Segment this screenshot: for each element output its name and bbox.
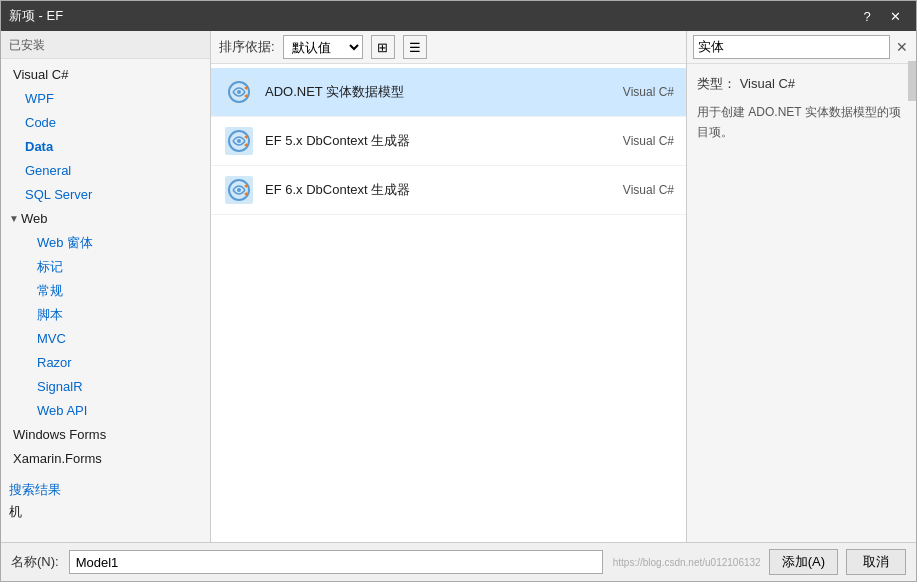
right-scrollbar[interactable]	[908, 61, 916, 101]
sidebar-item-general[interactable]: General	[1, 159, 210, 183]
adonet-icon	[223, 76, 255, 108]
sidebar-item-web-api[interactable]: Web API	[1, 399, 210, 423]
dialog-body: 已安装 Visual C# WPF Code Data General SQL …	[1, 31, 916, 581]
sidebar-machine: 机	[1, 501, 210, 523]
main-dialog: 新项 - EF ? ✕ 已安装 Visual C# WPF Code Data …	[0, 0, 917, 582]
list-item-ef5[interactable]: EF 5.x DbContext 生成器 Visual C#	[211, 117, 686, 166]
sidebar-content: Visual C# WPF Code Data General SQL Serv…	[1, 59, 210, 542]
list-item-ef6[interactable]: EF 6.x DbContext 生成器 Visual C#	[211, 166, 686, 215]
sidebar-item-razor[interactable]: Razor	[1, 351, 210, 375]
add-button[interactable]: 添加(A)	[769, 549, 838, 575]
help-button[interactable]: ?	[854, 5, 880, 27]
type-label: 类型：	[697, 76, 736, 91]
list-view-button[interactable]: ☰	[403, 35, 427, 59]
close-button[interactable]: ✕	[882, 5, 908, 27]
adonet-item-name: ADO.NET 实体数据模型	[265, 83, 613, 101]
adonet-item-type: Visual C#	[623, 85, 674, 99]
sidebar-search-results[interactable]: 搜索结果	[1, 479, 210, 501]
sidebar-item-sql-server[interactable]: SQL Server	[1, 183, 210, 207]
sidebar-item-mvc[interactable]: MVC	[1, 327, 210, 351]
sidebar-item-data[interactable]: Data	[1, 135, 210, 159]
svg-point-5	[237, 139, 241, 143]
ef5-icon	[223, 125, 255, 157]
cancel-button[interactable]: 取消	[846, 549, 906, 575]
sort-label: 排序依据:	[219, 38, 275, 56]
name-input[interactable]	[69, 550, 603, 574]
sidebar-header: 已安装	[1, 31, 210, 59]
right-panel-description: 用于创建 ADO.NET 实体数据模型的项目项。	[697, 103, 906, 141]
sidebar-item-signalr[interactable]: SignalR	[1, 375, 210, 399]
sidebar-item-visual-csharp[interactable]: Visual C#	[1, 63, 210, 87]
right-panel: ✕ 类型： Visual C# 用于创建 ADO.NET 实体数据模型的项目项。	[686, 31, 916, 542]
right-panel-content: 类型： Visual C# 用于创建 ADO.NET 实体数据模型的项目项。	[687, 64, 916, 150]
watermark-text: https://blog.csdn.net/u012106132	[613, 557, 761, 568]
title-bar: 新项 - EF ? ✕	[1, 1, 916, 31]
right-panel-search-bar: ✕	[687, 31, 916, 64]
sidebar-group-web[interactable]: ▼ Web	[1, 207, 210, 231]
sidebar-item-general2[interactable]: 常规	[1, 279, 210, 303]
content-toolbar: 排序依据: 默认值名称类型 ⊞ ☰	[211, 31, 686, 64]
sidebar-item-windows-forms[interactable]: Windows Forms	[1, 423, 210, 447]
sidebar-item-web-window[interactable]: Web 窗体	[1, 231, 210, 255]
svg-point-2	[237, 90, 241, 94]
right-search-input[interactable]	[693, 35, 890, 59]
sidebar-item-tag[interactable]: 标记	[1, 255, 210, 279]
name-label: 名称(N):	[11, 553, 59, 571]
right-search-clear-button[interactable]: ✕	[894, 39, 910, 55]
bottom-bar: 名称(N): https://blog.csdn.net/u012106132 …	[1, 542, 916, 581]
right-panel-type: 类型： Visual C#	[697, 72, 906, 95]
sidebar-item-code[interactable]: Code	[1, 111, 210, 135]
sort-select[interactable]: 默认值名称类型	[283, 35, 363, 59]
bottom-actions: https://blog.csdn.net/u012106132 添加(A) 取…	[613, 549, 906, 575]
ef6-item-name: EF 6.x DbContext 生成器	[265, 181, 613, 199]
expand-triangle-icon: ▼	[9, 209, 19, 229]
sidebar-item-web-label: Web	[21, 209, 48, 229]
ef6-icon	[223, 174, 255, 206]
content-area: 排序依据: 默认值名称类型 ⊞ ☰	[211, 31, 686, 542]
main-area: 已安装 Visual C# WPF Code Data General SQL …	[1, 31, 916, 542]
type-value: Visual C#	[740, 76, 795, 91]
sidebar-item-script[interactable]: 脚本	[1, 303, 210, 327]
ef5-item-type: Visual C#	[623, 134, 674, 148]
sidebar-item-wpf[interactable]: WPF	[1, 87, 210, 111]
svg-point-8	[237, 188, 241, 192]
sidebar-item-xamarin-forms[interactable]: Xamarin.Forms	[1, 447, 210, 471]
content-list: ADO.NET 实体数据模型 Visual C#	[211, 64, 686, 542]
sidebar: 已安装 Visual C# WPF Code Data General SQL …	[1, 31, 211, 542]
ef5-item-name: EF 5.x DbContext 生成器	[265, 132, 613, 150]
title-bar-controls: ? ✕	[854, 5, 908, 27]
dialog-title: 新项 - EF	[9, 7, 854, 25]
list-item-adonet[interactable]: ADO.NET 实体数据模型 Visual C#	[211, 68, 686, 117]
ef6-item-type: Visual C#	[623, 183, 674, 197]
grid-view-button[interactable]: ⊞	[371, 35, 395, 59]
